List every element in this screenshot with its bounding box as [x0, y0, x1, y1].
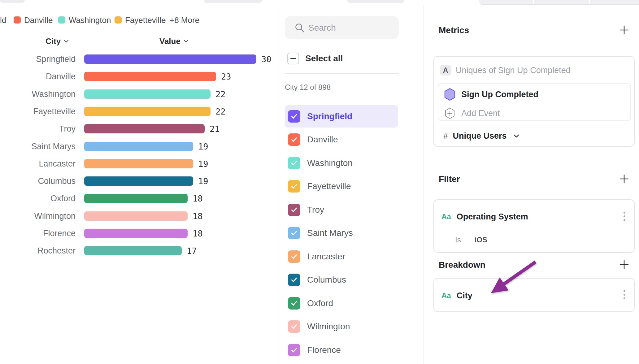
checkmark-icon: [291, 113, 298, 120]
breakdown-property-name: City: [457, 291, 472, 301]
city-list-item[interactable]: Troy: [285, 199, 398, 221]
city-checkbox[interactable]: [288, 344, 300, 356]
city-list-item[interactable]: Danville: [285, 128, 398, 151]
bar-category-label: Wilmington: [0, 211, 76, 221]
bar: [84, 124, 205, 133]
bar-category-label: Rochester: [0, 246, 76, 255]
bar-category-label: Columbus: [0, 176, 76, 186]
city-checkbox[interactable]: [288, 180, 300, 193]
filter-operator: Is: [455, 236, 461, 244]
checkmark-icon: [291, 230, 298, 236]
city-checkbox[interactable]: [288, 320, 300, 333]
breakdown-section-title: Breakdown: [439, 260, 485, 270]
bar: [84, 229, 188, 238]
city-list-item[interactable]: Fayetteville: [285, 175, 398, 197]
filter-card[interactable]: Aa Operating System Is iOS: [433, 199, 635, 253]
city-label: Danville: [307, 128, 338, 151]
chart-row: Fayetteville22: [0, 107, 279, 116]
bar: [84, 89, 211, 99]
chart-row: Oxford18: [0, 194, 279, 203]
select-all-checkbox[interactable]: [287, 53, 299, 64]
list-count-label: City 12 of 898: [285, 83, 331, 92]
bar: [84, 211, 188, 221]
city-label: Springfield: [307, 105, 352, 128]
chart-row: Rochester17: [0, 246, 279, 255]
bar: [84, 246, 182, 255]
search-box[interactable]: [285, 16, 399, 39]
bar-category-label: Washington: [0, 89, 76, 99]
select-all-label[interactable]: Select all: [305, 53, 343, 64]
city-checkbox[interactable]: [288, 204, 300, 216]
filter-property-row[interactable]: Aa Operating System: [441, 211, 528, 222]
metrics-section-title: Metrics: [439, 25, 469, 35]
checkmark-icon: [291, 136, 298, 143]
bar-category-label: Saint Marys: [0, 142, 76, 151]
event-hexagon-icon: [444, 88, 456, 101]
count-type-selector[interactable]: # Unique Users: [443, 130, 519, 141]
filter-menu-button[interactable]: [624, 212, 625, 221]
city-checkbox[interactable]: [288, 110, 300, 123]
filter-property-name: Operating System: [457, 212, 528, 222]
indeterminate-minus-icon: [290, 58, 296, 59]
chart-row: Saint Marys19: [0, 142, 279, 151]
bar-value-label: 18: [193, 212, 203, 221]
metric-summary: Uniques of Sign Up Completed: [456, 65, 571, 76]
add-event-label: Add Event: [461, 109, 500, 118]
bar-category-label: Danville: [0, 72, 76, 81]
bar-category-label: Florence: [0, 229, 76, 238]
city-list-item[interactable]: Lancaster: [285, 245, 398, 268]
add-event-row[interactable]: Add Event: [445, 107, 500, 119]
city-list-item[interactable]: Oxford: [285, 292, 398, 314]
bar: [84, 142, 193, 151]
chart-row: Wilmington18: [0, 211, 279, 221]
city-list-item[interactable]: Columbus: [285, 269, 398, 291]
breakdown-menu-button[interactable]: [624, 290, 625, 299]
bar-value-label: 19: [198, 142, 208, 151]
city-list-item[interactable]: Saint Marys: [285, 222, 398, 244]
bar-category-label: Fayetteville: [0, 107, 76, 116]
checkmark-icon: [291, 253, 298, 260]
city-checkbox[interactable]: [288, 297, 300, 310]
add-metric-button[interactable]: [619, 25, 629, 35]
add-filter-button[interactable]: [619, 174, 629, 184]
tab-divider: [533, 0, 534, 4]
bar-category-label: Troy: [0, 124, 76, 133]
search-input[interactable]: [308, 16, 396, 40]
panel-divider: [279, 9, 279, 364]
bar-value-label: 21: [210, 124, 220, 134]
city-checkbox[interactable]: [288, 133, 300, 146]
filter-condition-row[interactable]: Is iOS: [455, 235, 487, 245]
event-name: Sign Up Completed: [461, 90, 538, 99]
checkmark-icon: [291, 160, 298, 167]
count-type-label: Unique Users: [453, 131, 506, 141]
checkmark-icon: [291, 323, 298, 330]
panel-divider: [424, 5, 424, 364]
city-checkbox[interactable]: [288, 250, 300, 263]
city-checkbox[interactable]: [288, 227, 300, 239]
bar-value-label: 22: [215, 107, 226, 116]
city-checkbox[interactable]: [288, 274, 300, 286]
breakdown-card[interactable]: Aa City: [433, 278, 635, 312]
bar: [84, 194, 188, 203]
breakdown-property-row[interactable]: Aa City: [441, 290, 472, 301]
bar-category-label: Oxford: [0, 194, 76, 203]
city-label: Oxford: [307, 292, 333, 314]
city-list-item[interactable]: Washington: [285, 152, 398, 174]
app-window: ld Danville Washington Fayetteville +8 M…: [0, 0, 639, 364]
city-label: Lancaster: [307, 245, 345, 268]
city-list-item[interactable]: Wilmington: [285, 315, 398, 338]
checkmark-icon: [291, 300, 298, 307]
metric-card[interactable]: A Uniques of Sign Up Completed Sign Up C…: [433, 56, 635, 147]
city-list-item[interactable]: Springfield: [285, 105, 398, 128]
chart-row: Lancaster19: [0, 159, 279, 168]
city-checkbox[interactable]: [288, 157, 300, 169]
text-type-badge: Aa: [441, 291, 451, 300]
hash-icon: #: [443, 131, 448, 141]
list-divider: [285, 73, 399, 74]
city-label: Florence: [307, 339, 341, 361]
event-row[interactable]: Sign Up Completed: [444, 88, 538, 101]
add-breakdown-button[interactable]: [619, 260, 629, 270]
event-card: Sign Up Completed Add Event: [438, 83, 631, 121]
chart-row: Troy21: [0, 124, 279, 133]
city-list-item[interactable]: Florence: [285, 339, 398, 361]
